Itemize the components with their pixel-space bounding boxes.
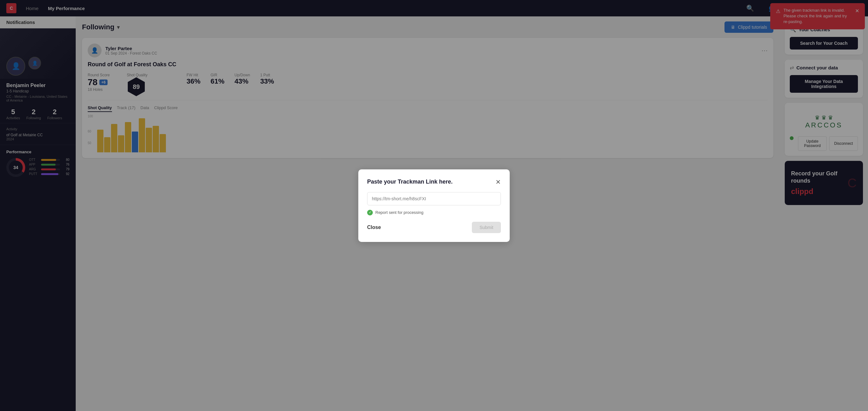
success-check-icon: ✓: [367, 210, 373, 215]
modal-footer: Close Submit: [367, 222, 501, 233]
trackman-modal: Paste your Trackman Link here. ✕ ✓ Repor…: [358, 169, 510, 242]
trackman-link-input[interactable]: [367, 192, 501, 205]
modal-submit-button[interactable]: Submit: [472, 222, 501, 233]
modal-header: Paste your Trackman Link here. ✕: [367, 178, 501, 186]
modal-overlay[interactable]: Paste your Trackman Link here. ✕ ✓ Repor…: [0, 0, 868, 411]
modal-close-icon-button[interactable]: ✕: [496, 178, 501, 186]
modal-success-message: ✓ Report sent for processing: [367, 210, 501, 215]
modal-title: Paste your Trackman Link here.: [367, 179, 453, 185]
modal-close-button[interactable]: Close: [367, 225, 381, 230]
